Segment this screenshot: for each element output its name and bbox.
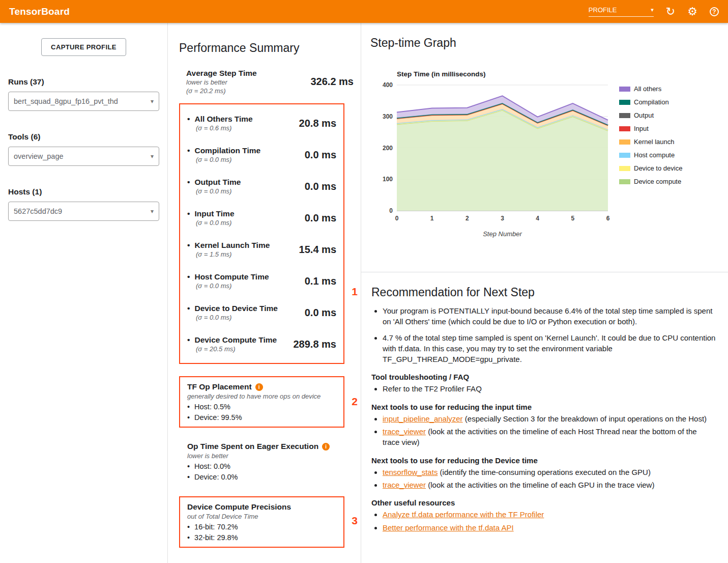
help-icon[interactable]: ? xyxy=(710,7,719,16)
tf-op-placement-note: generally desired to have more ops on de… xyxy=(187,392,336,400)
svg-text:400: 400 xyxy=(383,81,393,89)
metric-row: Device to Device Time (σ = 0.0 ms) 0.0 m… xyxy=(187,297,336,328)
tfdata-profiler-link[interactable]: Analyze tf.data performance with the TF … xyxy=(383,510,544,519)
metric-value: 15.4 ms xyxy=(299,244,336,256)
tool-item: tensorflow_stats (identify the time-cons… xyxy=(383,467,716,477)
main-layout: CAPTURE PROFILE Runs (37) bert_squad_8gp… xyxy=(0,23,728,563)
annotation-number-2: 2 xyxy=(352,396,358,408)
recommendation-bullet: 4.7 % of the total step time sampled is … xyxy=(383,332,716,365)
dashboard-select-value: PROFILE xyxy=(589,6,617,14)
step-time-chart: 01002003004000123456Step Number xyxy=(371,80,613,241)
sidebar: CAPTURE PROFILE Runs (37) bert_squad_8gp… xyxy=(0,23,168,563)
metric-row: Kernel Launch Time (σ = 1.5 ms) 15.4 ms xyxy=(187,234,336,265)
info-icon[interactable]: i xyxy=(255,383,263,391)
svg-text:4: 4 xyxy=(536,215,539,222)
metric-value: 20.8 ms xyxy=(299,118,336,129)
metric-sigma: (σ = 0.0 ms) xyxy=(196,155,260,164)
recommendation-bullet: Your program is POTENTIALLY input-bound … xyxy=(383,305,716,327)
svg-text:2: 2 xyxy=(465,215,469,222)
legend-swatch xyxy=(619,126,630,131)
svg-text:0: 0 xyxy=(395,215,399,222)
tools-select[interactable]: overview_page ▾ xyxy=(8,147,159,166)
metric-value: 0.0 ms xyxy=(305,212,336,224)
tf-op-placement-device: Device: 99.5% xyxy=(187,413,336,421)
metric-sigma: (σ = 0.6 ms) xyxy=(196,124,253,132)
metric-row: All Others Time (σ = 0.6 ms) 20.8 ms xyxy=(187,107,336,139)
annotation-box-3: 3 Device Compute Precisions out of Total… xyxy=(179,496,344,548)
legend-swatch xyxy=(619,166,630,171)
recommendation-section: Recommendation for Next Step Your progra… xyxy=(361,272,728,545)
step-time-graph-section: Step-time Graph Step Time (in millisecon… xyxy=(361,23,728,272)
eager-device: Device: 0.0% xyxy=(187,473,353,481)
legend-item: Device to device xyxy=(619,164,682,172)
app-title: TensorBoard xyxy=(9,6,70,17)
device-tools-heading: Next tools to use for reducing the Devic… xyxy=(371,456,716,465)
runs-select-value: bert_squad_8gpu_fp16_pvt_thd xyxy=(14,97,118,105)
legend-swatch xyxy=(619,139,630,145)
legend-label: Output xyxy=(634,111,654,119)
hosts-label: Hosts (1) xyxy=(8,187,159,196)
metric-name: Compilation Time xyxy=(187,146,260,155)
recommendation-title: Recommendation for Next Step xyxy=(371,286,716,299)
legend-label: All others xyxy=(634,85,661,93)
hosts-select[interactable]: 5627c5dd7dc9 ▾ xyxy=(8,202,159,221)
resource-item: Better performance with the tf.data API xyxy=(383,522,716,533)
svg-text:6: 6 xyxy=(606,215,610,222)
precision-32bit: 32-bit: 29.8% xyxy=(187,533,336,542)
metric-row: Compilation Time (σ = 0.0 ms) 0.0 ms xyxy=(187,139,336,171)
precisions-title: Device Compute Precisions xyxy=(187,502,336,512)
metric-name: Average Step Time xyxy=(186,68,257,78)
trace-viewer-link[interactable]: trace_viewer xyxy=(383,481,426,489)
metric-value: 0.0 ms xyxy=(305,149,336,161)
annotation-number-1: 1 xyxy=(352,286,358,298)
metric-value: 289.8 ms xyxy=(293,339,336,350)
dashboard-select[interactable]: PROFILE ▾ xyxy=(589,6,654,17)
precision-16bit: 16-bit: 70.2% xyxy=(187,523,336,531)
eager-host: Host: 0.0% xyxy=(187,462,353,470)
metric-name: Device to Device Time xyxy=(187,303,278,313)
metric-name: Kernel Launch Time xyxy=(187,240,270,250)
metric-sigma: (σ = 0.0 ms) xyxy=(196,282,269,290)
legend-label: Host compute xyxy=(634,151,675,159)
metric-note: lower is better xyxy=(186,78,257,87)
metric-sigma: (σ = 0.0 ms) xyxy=(196,218,235,227)
legend-swatch xyxy=(619,87,630,92)
settings-gear-icon[interactable]: ⚙ xyxy=(687,6,697,17)
tensorflow-stats-link[interactable]: tensorflow_stats xyxy=(383,468,438,476)
tools-label: Tools (6) xyxy=(8,132,159,142)
metric-name: Input Time xyxy=(187,209,235,218)
tools-select-value: overview_page xyxy=(14,152,64,160)
svg-text:Step Number: Step Number xyxy=(483,230,522,238)
legend-item: Output xyxy=(619,111,682,119)
precisions-note: out of Total Device Time xyxy=(187,513,336,520)
reload-icon[interactable]: ↻ xyxy=(666,6,675,17)
input-tools-heading: Next tools to use for reducing the input… xyxy=(371,403,716,411)
legend-swatch xyxy=(619,113,630,118)
capture-profile-button[interactable]: CAPTURE PROFILE xyxy=(41,38,126,56)
average-step-time-row: Average Step Time lower is better (σ = 2… xyxy=(186,68,354,95)
legend-swatch xyxy=(619,100,630,105)
tfdata-api-link[interactable]: Better performance with the tf.data API xyxy=(383,523,514,532)
info-icon[interactable]: i xyxy=(322,443,330,451)
chevron-down-icon: ▾ xyxy=(151,208,154,215)
legend-item: Device compute xyxy=(619,178,682,185)
legend-swatch xyxy=(619,179,630,184)
metric-sigma: (σ = 0.0 ms) xyxy=(196,187,241,195)
svg-text:1: 1 xyxy=(430,215,434,222)
input-pipeline-analyzer-link[interactable]: input_pipeline_analyzer xyxy=(383,414,463,423)
legend-item: Kernel launch xyxy=(619,138,682,146)
svg-text:0: 0 xyxy=(389,207,393,214)
legend-item: All others xyxy=(619,85,682,93)
legend-item: Compilation xyxy=(619,98,682,106)
hosts-select-value: 5627c5dd7dc9 xyxy=(14,207,62,215)
metric-value: 0.1 ms xyxy=(305,275,336,287)
annotation-box-2: 2 TF Op Placement i generally desired to… xyxy=(179,376,344,428)
tool-item: trace_viewer (look at the activities on … xyxy=(383,480,716,490)
chart-legend: All othersCompilationOutputInputKernel l… xyxy=(619,85,682,191)
metric-value: 0.0 ms xyxy=(305,181,336,192)
trace-viewer-link[interactable]: trace_viewer xyxy=(383,427,426,436)
eager-execution-title: Op Time Spent on Eager Execution i xyxy=(187,442,353,451)
metric-sigma: (σ = 1.5 ms) xyxy=(196,250,270,259)
chevron-down-icon: ▾ xyxy=(651,7,654,13)
runs-select[interactable]: bert_squad_8gpu_fp16_pvt_thd ▾ xyxy=(8,92,159,111)
